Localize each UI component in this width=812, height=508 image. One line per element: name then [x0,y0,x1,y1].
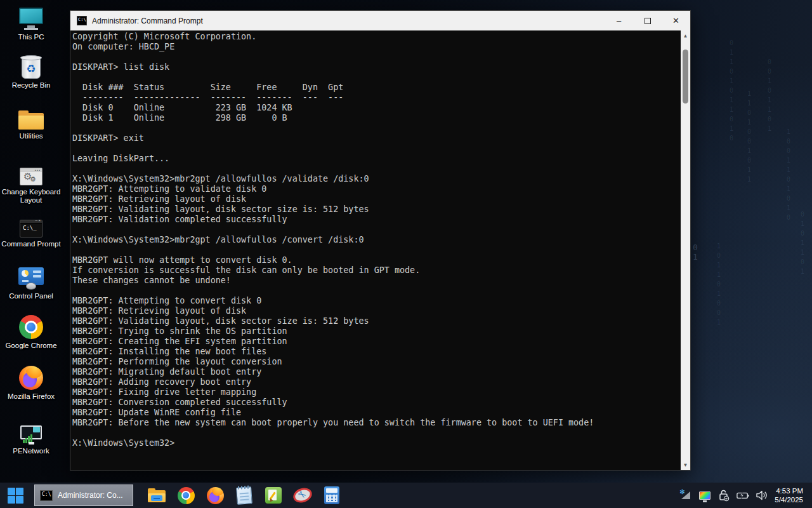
desktop-icon-mozilla-firefox[interactable]: Mozilla Firefox [0,364,62,401]
start-button[interactable] [0,483,30,508]
command-prompt-window: C:\ Administrator: Command Prompt – ✕ Co… [70,10,691,471]
desktop-icon-label: Google Chrome [0,342,62,350]
firefox-icon [207,487,224,504]
desktop-icon-label: Change Keyboard Layout [0,188,62,204]
taskbar-icon-file-explorer[interactable] [142,483,171,508]
this-pc-icon [0,5,62,30]
network-disconnected-star: ✻ [679,488,684,495]
desktop-icon-penetwork[interactable]: PENetwork [0,419,62,455]
console-text: Copyright (C) Microsoft Corporation. On … [70,30,681,448]
clock-time: 4:53 PM [775,486,803,495]
folder-icon [0,104,62,130]
control-panel-icon [0,264,62,290]
maximize-button[interactable] [633,11,662,30]
taskbar-icon-google-chrome[interactable] [171,483,200,508]
scroll-down-arrow-icon[interactable]: ▼ [681,460,690,470]
console-scrollbar[interactable]: ▲ ▼ [681,30,690,470]
desktop-icon-label: Utilities [0,132,62,140]
desktop-icon-label: PENetwork [0,447,62,455]
taskbar-icon-notepad-plus-plus[interactable] [259,483,288,508]
command-prompt-icon: C:\_ [0,212,62,237]
cmd-icon: C:\ [40,490,53,501]
binary-decor-column: 0 1 [693,243,698,262]
desktop-icon-change-keyboard-layout[interactable]: ••• ⚙ ⚙ Change Keyboard Layout [0,160,62,204]
calculator-icon [324,486,339,504]
taskbar: C:\ Administrator: Co... ✂ ✻ [0,483,812,508]
network-status-icon[interactable]: ✻ [679,483,692,508]
snipping-tool-icon: ✂ [291,486,313,505]
taskbar-icon-notepad[interactable] [230,483,259,508]
binary-decor-column: 0 0 1 0 1 1 0 1 [768,57,772,133]
minimize-button[interactable]: – [605,11,633,30]
binary-decor-column: 0 1 1 0 1 0 1 1 0 1 0 [730,38,734,143]
close-button[interactable]: ✕ [662,11,690,30]
caption-buttons: – ✕ [605,11,690,30]
taskbar-icon-snipping-tool[interactable]: ✂ [288,483,317,508]
desktop-icon-label: This PC [0,33,62,41]
desktop-icon-utilities[interactable]: Utilities [0,104,62,140]
binary-decor-column: 1 0 1 1 0 1 0 0 1 [717,241,721,327]
chrome-icon [178,487,195,504]
firefox-icon [0,364,62,390]
taskbar-clock[interactable]: 4:53 PM 5/4/2025 [775,486,806,504]
notepad-icon [236,486,252,505]
desktop-icon-control-panel[interactable]: Control Panel [0,264,62,300]
cmd-window-icon: C:\ [77,16,87,25]
taskbar-icon-calculator[interactable] [317,483,346,508]
security-lock-icon[interactable] [717,483,730,508]
taskbar-icon-mozilla-firefox[interactable] [200,483,230,508]
maximize-icon [645,18,651,24]
keyboard-layout-icon: ••• ⚙ ⚙ [0,160,62,185]
desktop-icon-label: Mozilla Firefox [0,392,62,401]
volume-icon[interactable] [756,483,768,508]
taskbar-task-button-command-prompt[interactable]: C:\ Administrator: Co... [34,485,133,506]
console-output[interactable]: Copyright (C) Microsoft Corporation. On … [70,30,681,470]
notepad-plus-plus-icon [265,487,282,504]
desktop-icon-label: Recycle Bin [0,81,62,90]
scroll-up-arrow-icon[interactable]: ▲ [681,30,690,41]
system-tray: ✻ 4:53 PM 5 [679,483,812,508]
penetwork-icon [0,419,62,444]
display-color-icon[interactable] [698,483,711,508]
file-explorer-icon [148,488,166,502]
recycle-bin-icon: ♻ [0,53,62,79]
binary-decor-column: 1 0 0 1 1 0 1 0 1 0 [787,127,791,222]
desktop-icon-label: Command Prompt [0,240,62,248]
desktop-icon-this-pc[interactable]: This PC [0,5,62,41]
clock-date: 5/4/2025 [775,495,803,504]
desktop-root: { "window": { "title": "Administrator: C… [0,0,812,508]
chrome-icon [0,314,62,339]
desktop-icon-recycle-bin[interactable]: ♻ Recycle Bin [0,53,62,90]
binary-decor-column: 0 1 0 1 1 0 1 [801,210,805,276]
scrollbar-thumb[interactable] [683,50,688,104]
battery-icon[interactable] [737,483,749,508]
window-title: Administrator: Command Prompt [92,17,605,25]
window-titlebar[interactable]: C:\ Administrator: Command Prompt – ✕ [70,11,690,30]
binary-decor-column: 1 1 0 1 0 0 1 0 1 1 [747,89,752,184]
windows-logo-icon [8,488,23,504]
desktop-icon-google-chrome[interactable]: Google Chrome [0,314,62,350]
task-button-label: Administrator: Co... [58,491,123,500]
desktop-icon-label: Control Panel [0,292,62,300]
desktop-icon-command-prompt[interactable]: C:\_ Command Prompt [0,212,62,248]
